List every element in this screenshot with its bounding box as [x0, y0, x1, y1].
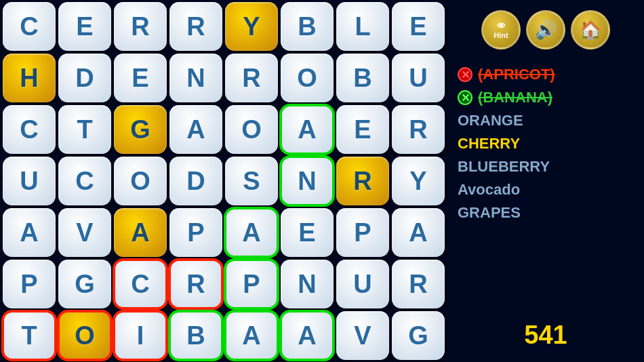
word-text-normal: GRAPES [458, 204, 521, 222]
tile-4-2[interactable]: A [114, 208, 167, 257]
game-container: CERRYBLEHDENROBUCTGAOAERUCODSNRYAVAPAEPA… [0, 0, 644, 362]
grid-row-1: HDENROBU [5, 54, 442, 102]
tile-3-2[interactable]: O [114, 157, 167, 205]
tile-4-1[interactable]: V [58, 208, 111, 257]
tile-3-4[interactable]: S [225, 157, 278, 205]
tile-3-0[interactable]: U [3, 157, 56, 205]
word-text-normal: BLUEBERRY [458, 158, 550, 176]
hint-label: Hint [494, 31, 508, 39]
tile-2-3[interactable]: A [169, 105, 222, 154]
hint-button[interactable]: 👁 Hint [481, 10, 521, 49]
tile-5-4[interactable]: P [225, 260, 278, 308]
tile-6-3[interactable]: B [169, 311, 222, 360]
word-text-highlight: CHERRY [458, 135, 520, 153]
word-text: (BANANA) [478, 89, 552, 106]
sound-icon: 🔊 [535, 20, 557, 41]
tile-6-5[interactable]: A [281, 311, 334, 360]
grid-row-3: UCODSNRY [5, 157, 442, 205]
word-list: ✕(APRICOT)✕(BANANA)ORANGECHERRYBLUEBERRY… [458, 64, 634, 318]
tile-3-6[interactable]: R [336, 157, 389, 205]
tile-6-1[interactable]: O [58, 311, 111, 360]
tile-1-2[interactable]: E [114, 54, 167, 102]
tile-0-6[interactable]: L [336, 2, 389, 51]
tile-0-0[interactable]: C [3, 2, 56, 51]
tile-1-7[interactable]: U [392, 54, 445, 102]
tile-1-1[interactable]: D [58, 54, 111, 102]
tile-1-3[interactable]: N [169, 54, 222, 102]
tile-0-7[interactable]: E [392, 2, 445, 51]
tile-2-4[interactable]: O [225, 105, 278, 154]
tile-1-0[interactable]: H [3, 54, 56, 102]
tile-2-1[interactable]: T [58, 105, 111, 154]
home-button[interactable]: 🏠 [571, 10, 610, 49]
cross-red-icon: ✕ [458, 67, 472, 82]
word-item-3: CHERRY [458, 133, 634, 155]
tile-4-3[interactable]: P [169, 208, 222, 257]
word-item-1: ✕(BANANA) [458, 87, 634, 108]
grid-row-5: PGCRPNUR [5, 260, 442, 308]
tile-5-2[interactable]: C [114, 260, 167, 308]
grid-row-0: CERRYBLE [5, 2, 442, 51]
tile-2-2[interactable]: G [114, 105, 167, 154]
tile-1-5[interactable]: O [281, 54, 334, 102]
tile-3-5[interactable]: N [281, 157, 334, 205]
tile-6-7[interactable]: G [392, 311, 445, 360]
tile-4-4[interactable]: A [225, 208, 278, 257]
word-text-normal: Avocado [458, 181, 520, 199]
cross-green-icon: ✕ [458, 90, 472, 105]
tile-5-5[interactable]: N [281, 260, 334, 308]
tile-6-4[interactable]: A [225, 311, 278, 360]
tile-6-0[interactable]: T [3, 311, 56, 360]
tile-2-5[interactable]: A [281, 105, 334, 154]
tile-5-6[interactable]: U [336, 260, 389, 308]
tile-5-7[interactable]: R [392, 260, 445, 308]
tile-0-5[interactable]: B [281, 2, 334, 51]
tile-0-2[interactable]: R [114, 2, 167, 51]
tile-5-0[interactable]: P [3, 260, 56, 308]
tile-3-7[interactable]: Y [392, 157, 445, 205]
tile-1-4[interactable]: R [225, 54, 278, 102]
tile-0-3[interactable]: R [169, 2, 222, 51]
hint-eye-icon: 👁 [497, 21, 506, 31]
word-item-5: Avocado [458, 179, 634, 201]
tile-2-6[interactable]: E [336, 105, 389, 154]
word-text-normal: ORANGE [458, 112, 523, 129]
grid-row-4: AVAPAEPA [5, 208, 442, 257]
grid-row-2: CTGAOAER [5, 105, 442, 154]
home-icon: 🏠 [580, 20, 601, 41]
sound-button[interactable]: 🔊 [526, 10, 565, 49]
tile-3-3[interactable]: D [169, 157, 222, 205]
tile-0-1[interactable]: E [58, 2, 111, 51]
top-buttons: 👁 Hint 🔊 🏠 [458, 10, 634, 49]
tile-1-6[interactable]: B [336, 54, 389, 102]
grid-area: CERRYBLEHDENROBUCTGAOAERUCODSNRYAVAPAEPA… [0, 0, 447, 362]
tile-0-4[interactable]: Y [225, 2, 278, 51]
word-text: (APRICOT) [478, 66, 555, 83]
word-item-6: GRAPES [458, 202, 634, 224]
tile-4-7[interactable]: A [392, 208, 445, 257]
tile-4-0[interactable]: A [3, 208, 56, 257]
tile-5-3[interactable]: R [169, 260, 222, 308]
word-item-2: ORANGE [458, 110, 634, 132]
right-panel: 👁 Hint 🔊 🏠 ✕(APRICOT)✕(BANANA)ORANGECHER… [447, 0, 644, 362]
score: 541 [458, 321, 634, 355]
tile-4-6[interactable]: P [336, 208, 389, 257]
grid-row-6: TOIBAAVG [5, 311, 442, 360]
tile-2-0[interactable]: C [3, 105, 56, 154]
tile-4-5[interactable]: E [281, 208, 334, 257]
tile-6-6[interactable]: V [336, 311, 389, 360]
word-item-4: BLUEBERRY [458, 156, 634, 178]
tile-6-2[interactable]: I [114, 311, 167, 360]
tile-5-1[interactable]: G [58, 260, 111, 308]
tile-3-1[interactable]: C [58, 157, 111, 205]
word-item-0: ✕(APRICOT) [458, 64, 634, 85]
tile-2-7[interactable]: R [392, 105, 445, 154]
